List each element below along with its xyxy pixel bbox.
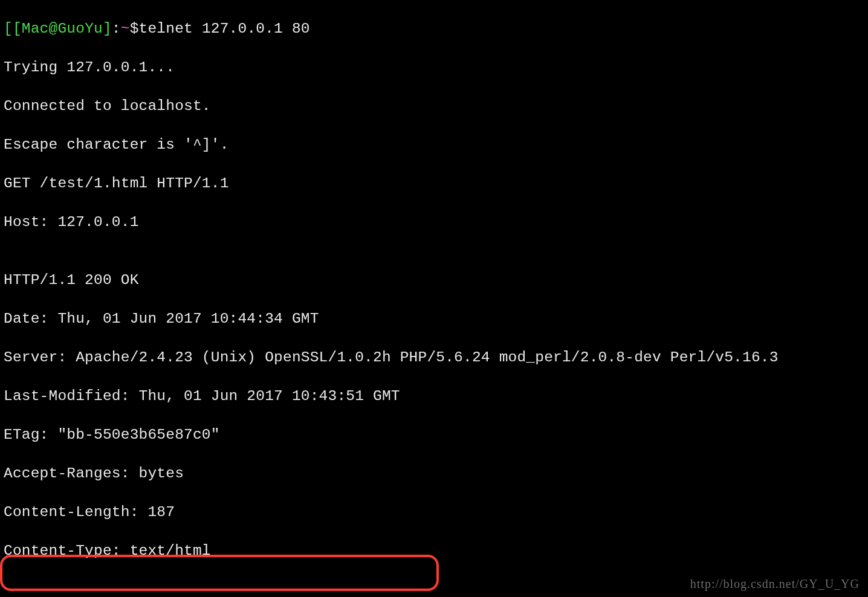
output-line: Trying 127.0.0.1...: [4, 58, 864, 77]
prompt-user-host: [Mac@GuoYu]: [13, 21, 112, 37]
output-line: Escape character is '^]'.: [4, 135, 864, 155]
output-line: Content-Type: text/html: [4, 541, 864, 561]
output-line: ETag: "bb-550e3b65e87c0": [4, 425, 864, 445]
command-text: telnet 127.0.0.1 80: [139, 21, 310, 37]
output-line: Date: Thu, 01 Jun 2017 10:44:34 GMT: [4, 309, 864, 329]
prompt-dollar: $: [130, 21, 139, 37]
output-line: Accept-Ranges: bytes: [4, 464, 864, 483]
output-line: HTTP/1.1 200 OK: [4, 271, 864, 290]
terminal-output[interactable]: [[Mac@GuoYu]:~$telnet 127.0.0.1 80 Tryin…: [0, 0, 868, 597]
output-line: Host: 127.0.0.1: [4, 213, 864, 232]
output-line: Connected to localhost.: [4, 97, 864, 116]
prompt-tilde: ~: [121, 21, 130, 37]
prompt-bracket-open: [: [4, 21, 13, 37]
watermark-text: http://blog.csdn.net/GY_U_YG: [690, 574, 860, 593]
output-line: GET /test/1.html HTTP/1.1: [4, 174, 864, 193]
output-line: Server: Apache/2.4.23 (Unix) OpenSSL/1.0…: [4, 348, 864, 367]
prompt-colon: :: [112, 21, 121, 37]
output-line: Content-Length: 187: [4, 503, 864, 522]
prompt-line: [[Mac@GuoYu]:~$telnet 127.0.0.1 80: [4, 19, 864, 39]
output-line: Last-Modified: Thu, 01 Jun 2017 10:43:51…: [4, 387, 864, 406]
